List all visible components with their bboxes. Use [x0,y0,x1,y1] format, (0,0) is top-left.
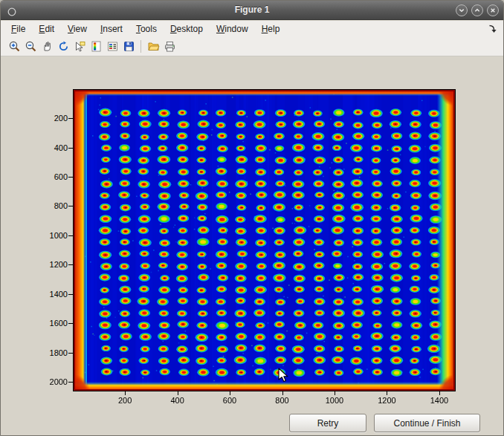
toolbar-separator [140,40,141,53]
x-tick-mark [335,391,335,395]
close-button[interactable] [487,4,499,16]
menu-window[interactable]: Window [210,22,255,36]
menu-help[interactable]: Help [255,22,287,36]
menu-file[interactable]: File [4,22,32,36]
maximize-button[interactable] [471,4,483,16]
x-tick-mark [230,391,230,395]
x-tick-mark [282,391,283,395]
x-tick-label: 1200 [378,396,395,405]
y-tick-label: 1400 [50,290,68,299]
y-tick-mark [68,177,73,178]
x-tick-mark [178,391,178,395]
microarray-image[interactable] [73,89,456,391]
menu-insert[interactable]: Insert [94,22,129,36]
y-tick-label: 1600 [50,319,68,328]
y-tick-label: 200 [54,114,68,123]
x-tick-mark [439,391,440,395]
window-controls [456,4,499,16]
insert-legend-icon[interactable] [104,37,120,55]
menu-view[interactable]: View [61,22,94,36]
y-tick-label: 600 [54,172,68,181]
y-tick-label: 1200 [50,260,68,269]
y-tick-label: 1000 [50,231,68,240]
x-tick-mark [125,391,126,395]
mouse-cursor [278,368,290,384]
title-bar[interactable]: Figure 1 [1,1,503,20]
y-tick-mark [68,206,73,206]
open-folder-icon[interactable] [145,37,161,55]
menu-desktop[interactable]: Desktop [164,22,210,36]
toolbar [1,36,503,56]
shade-button[interactable] [456,4,468,16]
x-tick-label: 400 [170,396,184,405]
dock-figure-icon[interactable] [488,24,497,33]
y-tick-mark [68,235,73,236]
print-icon[interactable] [161,37,178,55]
y-tick-label: 1800 [50,348,68,357]
menu-edit[interactable]: Edit [32,22,61,36]
rotate-3d-icon[interactable] [55,37,71,55]
x-tick-label: 200 [118,396,132,405]
x-tick-mark [387,391,387,395]
x-tick-label: 600 [223,396,236,405]
continue-finish-button[interactable]: Continue / Finish [374,414,480,432]
retry-button[interactable]: Retry [289,414,366,432]
y-tick-mark [68,382,73,383]
y-tick-label: 2000 [50,377,68,386]
y-tick-mark [68,148,73,149]
zoom-out-icon[interactable] [22,37,39,55]
pan-icon[interactable] [39,37,55,55]
zoom-in-icon[interactable] [6,37,22,55]
figure-window: Figure 1 FileEditViewInsertToolsDesktopW… [0,0,504,436]
data-cursor-icon[interactable] [71,37,88,55]
figure-canvas-area: Retry Continue / Finish 2004006008001000… [1,56,503,435]
y-tick-mark [68,323,73,324]
window-title: Figure 1 [1,4,503,15]
x-tick-label: 1400 [430,396,448,405]
menu-bar-items: FileEditViewInsertToolsDesktopWindowHelp [4,24,286,34]
y-tick-mark [68,353,73,354]
y-tick-label: 400 [54,143,68,152]
x-tick-label: 1000 [326,396,343,405]
y-tick-label: 800 [54,201,68,210]
menu-tools[interactable]: Tools [129,22,164,36]
y-tick-mark [68,294,73,295]
y-tick-mark [68,118,73,119]
y-tick-mark [68,264,73,265]
insert-colorbar-icon[interactable] [88,37,104,55]
save-figure-icon[interactable] [120,37,137,55]
menu-bar: FileEditViewInsertToolsDesktopWindowHelp [1,21,503,36]
x-tick-label: 800 [275,396,288,405]
